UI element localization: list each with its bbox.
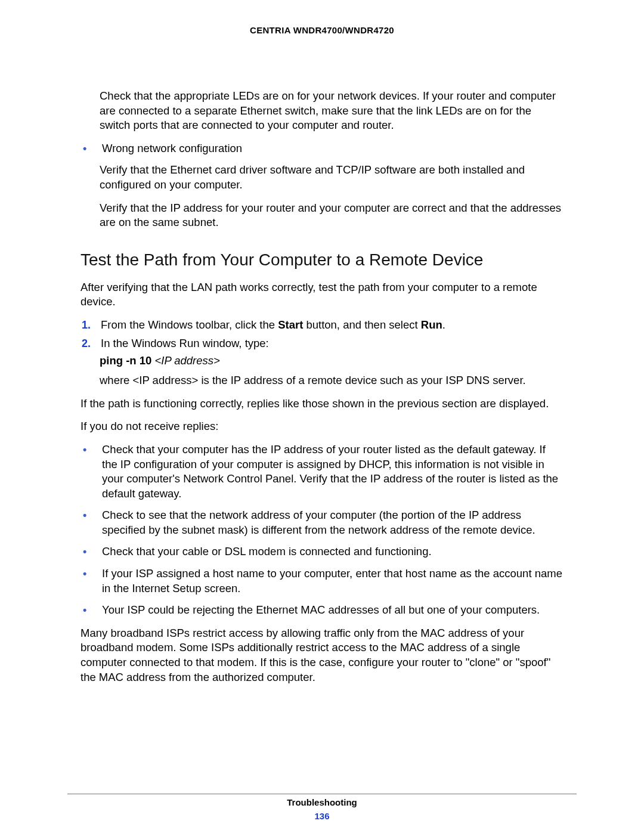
list-item: • Check that your computer has the IP ad… xyxy=(80,442,564,501)
step-1-mid: button, and then select xyxy=(303,318,420,331)
no-reply-bullet-list: • Check that your computer has the IP ad… xyxy=(80,442,564,618)
step-2-number: 2. xyxy=(80,336,101,351)
page-header: CENTRIA WNDR4700/WNDR4720 xyxy=(80,25,564,35)
ping-command-italic: <IP address> xyxy=(155,354,220,367)
header-title: CENTRIA WNDR4700/WNDR4720 xyxy=(250,25,394,35)
bullet-text: Check to see that the network address of… xyxy=(102,508,564,537)
document-page: CENTRIA WNDR4700/WNDR4720 Check that the… xyxy=(0,0,644,833)
step-1-post: . xyxy=(442,318,445,331)
bullet-text: Check that your computer has the IP addr… xyxy=(102,442,564,501)
footer-divider xyxy=(67,794,577,794)
step-1-pre: From the Windows toolbar, click the xyxy=(101,318,278,331)
where-paragraph: where <IP address> is the IP address of … xyxy=(100,373,564,388)
bullet-text: Your ISP could be rejecting the Ethernet… xyxy=(102,603,564,618)
step-1: 1. From the Windows toolbar, click the S… xyxy=(80,318,564,333)
bullet-item-wrong-config: • Wrong network configuration xyxy=(80,141,564,156)
bullet-icon: • xyxy=(80,603,102,617)
step-2-text: In the Windows Run window, type: xyxy=(101,336,564,351)
bullet-text: If your ISP assigned a host name to your… xyxy=(102,566,564,596)
bullet-text: Check that your cable or DSL modem is co… xyxy=(102,544,564,559)
step-2: 2. In the Windows Run window, type: xyxy=(80,336,564,351)
page-footer: Troubleshooting 136 xyxy=(0,797,644,821)
step-1-number: 1. xyxy=(80,318,101,332)
ping-command: ping -n 10 <IP address> xyxy=(100,354,564,367)
step-1-run: Run xyxy=(421,318,442,331)
intro-paragraph-2: Verify that the Ethernet card driver sof… xyxy=(100,163,564,192)
section-intro: After verifying that the LAN path works … xyxy=(80,280,564,309)
bullet-icon: • xyxy=(80,141,102,156)
list-item: • Check to see that the network address … xyxy=(80,508,564,537)
intro-paragraph-1: Check that the appropriate LEDs are on f… xyxy=(100,89,564,133)
step-1-start: Start xyxy=(278,318,303,331)
functioning-paragraph: If the path is functioning correctly, re… xyxy=(80,397,564,411)
footer-page-number: 136 xyxy=(0,811,644,821)
bullet-icon: • xyxy=(80,508,102,522)
list-item: • If your ISP assigned a host name to yo… xyxy=(80,566,564,596)
footer-title: Troubleshooting xyxy=(0,797,644,807)
bullet-text: Wrong network configuration xyxy=(102,141,564,156)
bullet-icon: • xyxy=(80,544,102,559)
list-item: • Check that your cable or DSL modem is … xyxy=(80,544,564,559)
list-item: • Your ISP could be rejecting the Ethern… xyxy=(80,603,564,618)
step-1-text: From the Windows toolbar, click the Star… xyxy=(101,318,564,333)
bullet-icon: • xyxy=(80,442,102,457)
closing-paragraph: Many broadband ISPs restrict access by a… xyxy=(80,626,564,685)
intro-paragraph-3: Verify that the IP address for your rout… xyxy=(100,201,564,230)
ping-command-bold: ping -n 10 xyxy=(100,354,155,367)
section-heading: Test the Path from Your Computer to a Re… xyxy=(80,250,564,270)
no-reply-paragraph: If you do not receive replies: xyxy=(80,419,564,434)
bullet-icon: • xyxy=(80,566,102,581)
